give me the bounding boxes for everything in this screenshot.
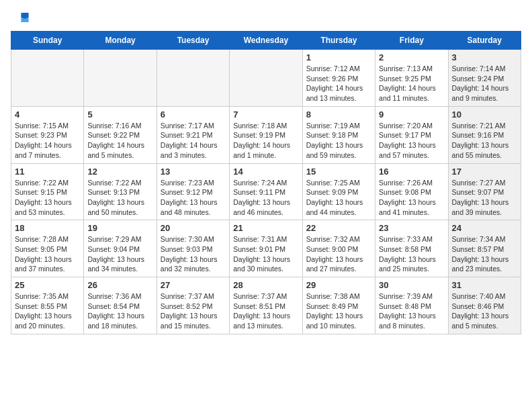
cell-info: Sunrise: 7:22 AMSunset: 9:15 PMDaylight:… xyxy=(15,178,80,218)
cell-info: Sunrise: 7:36 AMSunset: 8:54 PMDaylight:… xyxy=(87,291,152,331)
calendar-cell: 24Sunrise: 7:34 AMSunset: 8:57 PMDayligh… xyxy=(448,220,521,277)
cell-info: Sunrise: 7:26 AMSunset: 9:08 PMDaylight:… xyxy=(379,178,444,218)
calendar-cell: 30Sunrise: 7:39 AMSunset: 8:48 PMDayligh… xyxy=(375,277,448,334)
calendar-cell: 16Sunrise: 7:26 AMSunset: 9:08 PMDayligh… xyxy=(375,163,448,220)
day-header-thursday: Thursday xyxy=(302,32,375,50)
day-number: 23 xyxy=(379,223,444,233)
calendar-cell: 28Sunrise: 7:37 AMSunset: 8:51 PMDayligh… xyxy=(230,277,302,334)
day-header-tuesday: Tuesday xyxy=(157,32,229,50)
day-number: 13 xyxy=(161,167,226,177)
day-number: 9 xyxy=(379,109,444,120)
calendar-cell: 8Sunrise: 7:19 AMSunset: 9:18 PMDaylight… xyxy=(302,106,375,163)
cell-info: Sunrise: 7:14 AMSunset: 9:24 PMDaylight:… xyxy=(452,64,517,103)
calendar-cell: 13Sunrise: 7:23 AMSunset: 9:12 PMDayligh… xyxy=(157,163,229,220)
day-header-wednesday: Wednesday xyxy=(230,32,302,50)
calendar-cell: 19Sunrise: 7:29 AMSunset: 9:04 PMDayligh… xyxy=(84,220,157,277)
calendar-cell: 11Sunrise: 7:22 AMSunset: 9:15 PMDayligh… xyxy=(11,163,84,220)
day-number: 4 xyxy=(15,109,80,120)
calendar-cell: 4Sunrise: 7:15 AMSunset: 9:23 PMDaylight… xyxy=(11,106,84,163)
day-number: 3 xyxy=(452,52,517,62)
calendar-cell: 12Sunrise: 7:22 AMSunset: 9:13 PMDayligh… xyxy=(84,163,157,220)
calendar-cell: 15Sunrise: 7:25 AMSunset: 9:09 PMDayligh… xyxy=(302,163,375,220)
cell-info: Sunrise: 7:12 AMSunset: 9:26 PMDaylight:… xyxy=(306,64,371,103)
day-number: 18 xyxy=(15,223,80,233)
calendar-row-3: 11Sunrise: 7:22 AMSunset: 9:15 PMDayligh… xyxy=(11,163,521,220)
cell-info: Sunrise: 7:31 AMSunset: 9:01 PMDaylight:… xyxy=(233,234,298,274)
cell-info: Sunrise: 7:33 AMSunset: 8:58 PMDaylight:… xyxy=(379,234,444,274)
calendar-row-5: 25Sunrise: 7:35 AMSunset: 8:55 PMDayligh… xyxy=(11,277,521,334)
calendar-cell: 20Sunrise: 7:30 AMSunset: 9:03 PMDayligh… xyxy=(157,220,229,277)
day-number: 14 xyxy=(233,167,298,177)
calendar-cell xyxy=(11,50,84,107)
cell-info: Sunrise: 7:16 AMSunset: 9:22 PMDaylight:… xyxy=(87,121,152,161)
day-number: 31 xyxy=(452,280,517,290)
cell-info: Sunrise: 7:27 AMSunset: 9:07 PMDaylight:… xyxy=(452,178,517,218)
day-number: 2 xyxy=(379,52,444,62)
cell-info: Sunrise: 7:30 AMSunset: 9:03 PMDaylight:… xyxy=(161,234,226,274)
calendar-cell: 26Sunrise: 7:36 AMSunset: 8:54 PMDayligh… xyxy=(84,277,157,334)
day-number: 22 xyxy=(306,223,371,233)
calendar-cell: 17Sunrise: 7:27 AMSunset: 9:07 PMDayligh… xyxy=(448,163,521,220)
calendar-row-4: 18Sunrise: 7:28 AMSunset: 9:05 PMDayligh… xyxy=(11,220,521,277)
day-number: 21 xyxy=(233,223,298,233)
cell-info: Sunrise: 7:23 AMSunset: 9:12 PMDaylight:… xyxy=(161,178,226,218)
cell-info: Sunrise: 7:34 AMSunset: 8:57 PMDaylight:… xyxy=(452,234,517,274)
day-number: 6 xyxy=(161,109,226,120)
cell-info: Sunrise: 7:17 AMSunset: 9:21 PMDaylight:… xyxy=(161,121,226,161)
day-number: 15 xyxy=(306,167,371,177)
calendar-cell: 18Sunrise: 7:28 AMSunset: 9:05 PMDayligh… xyxy=(11,220,84,277)
cell-info: Sunrise: 7:13 AMSunset: 9:25 PMDaylight:… xyxy=(379,64,444,103)
day-number: 24 xyxy=(452,223,517,233)
calendar-cell xyxy=(230,50,302,107)
day-number: 29 xyxy=(306,280,371,290)
calendar-cell: 29Sunrise: 7:38 AMSunset: 8:49 PMDayligh… xyxy=(302,277,375,334)
calendar-cell: 3Sunrise: 7:14 AMSunset: 9:24 PMDaylight… xyxy=(448,50,521,107)
day-number: 11 xyxy=(15,167,80,177)
cell-info: Sunrise: 7:18 AMSunset: 9:19 PMDaylight:… xyxy=(233,121,298,161)
day-number: 8 xyxy=(306,109,371,120)
calendar-cell: 27Sunrise: 7:37 AMSunset: 8:52 PMDayligh… xyxy=(157,277,229,334)
calendar-cell: 9Sunrise: 7:20 AMSunset: 9:17 PMDaylight… xyxy=(375,106,448,163)
logo xyxy=(11,11,32,24)
logo-icon xyxy=(11,11,30,24)
day-header-sunday: Sunday xyxy=(11,32,84,50)
cell-info: Sunrise: 7:37 AMSunset: 8:51 PMDaylight:… xyxy=(233,291,298,331)
calendar-cell: 23Sunrise: 7:33 AMSunset: 8:58 PMDayligh… xyxy=(375,220,448,277)
cell-info: Sunrise: 7:38 AMSunset: 8:49 PMDaylight:… xyxy=(306,291,371,331)
day-number: 1 xyxy=(306,52,371,62)
cell-info: Sunrise: 7:22 AMSunset: 9:13 PMDaylight:… xyxy=(87,178,152,218)
calendar-cell xyxy=(84,50,157,107)
day-number: 5 xyxy=(87,109,152,120)
calendar-cell: 7Sunrise: 7:18 AMSunset: 9:19 PMDaylight… xyxy=(230,106,302,163)
cell-info: Sunrise: 7:39 AMSunset: 8:48 PMDaylight:… xyxy=(379,291,444,331)
day-number: 19 xyxy=(87,223,152,233)
day-number: 16 xyxy=(379,167,444,177)
cell-info: Sunrise: 7:24 AMSunset: 9:11 PMDaylight:… xyxy=(233,178,298,218)
calendar-cell: 6Sunrise: 7:17 AMSunset: 9:21 PMDaylight… xyxy=(157,106,229,163)
cell-info: Sunrise: 7:29 AMSunset: 9:04 PMDaylight:… xyxy=(87,234,152,274)
cell-info: Sunrise: 7:15 AMSunset: 9:23 PMDaylight:… xyxy=(15,121,80,161)
calendar-cell: 31Sunrise: 7:40 AMSunset: 8:46 PMDayligh… xyxy=(448,277,521,334)
cell-info: Sunrise: 7:28 AMSunset: 9:05 PMDaylight:… xyxy=(15,234,80,274)
day-header-monday: Monday xyxy=(84,32,157,50)
cell-info: Sunrise: 7:21 AMSunset: 9:16 PMDaylight:… xyxy=(452,121,517,161)
day-number: 17 xyxy=(452,167,517,177)
calendar-cell: 14Sunrise: 7:24 AMSunset: 9:11 PMDayligh… xyxy=(230,163,302,220)
day-header-saturday: Saturday xyxy=(448,32,521,50)
calendar-cell xyxy=(157,50,229,107)
calendar-cell: 25Sunrise: 7:35 AMSunset: 8:55 PMDayligh… xyxy=(11,277,84,334)
calendar-cell: 1Sunrise: 7:12 AMSunset: 9:26 PMDaylight… xyxy=(302,50,375,107)
calendar-cell: 2Sunrise: 7:13 AMSunset: 9:25 PMDaylight… xyxy=(375,50,448,107)
cell-info: Sunrise: 7:25 AMSunset: 9:09 PMDaylight:… xyxy=(306,178,371,218)
day-header-friday: Friday xyxy=(375,32,448,50)
cell-info: Sunrise: 7:19 AMSunset: 9:18 PMDaylight:… xyxy=(306,121,371,161)
page-header xyxy=(11,11,521,24)
day-number: 12 xyxy=(87,167,152,177)
day-number: 25 xyxy=(15,280,80,290)
calendar-row-2: 4Sunrise: 7:15 AMSunset: 9:23 PMDaylight… xyxy=(11,106,521,163)
day-number: 27 xyxy=(161,280,226,290)
day-number: 10 xyxy=(452,109,517,120)
cell-info: Sunrise: 7:20 AMSunset: 9:17 PMDaylight:… xyxy=(379,121,444,161)
day-number: 26 xyxy=(87,280,152,290)
cell-info: Sunrise: 7:37 AMSunset: 8:52 PMDaylight:… xyxy=(161,291,226,331)
